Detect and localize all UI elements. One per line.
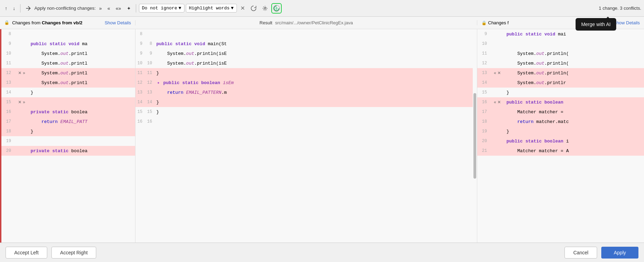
header-right: 🔒 Changes f Show Details (477, 20, 644, 25)
apply-all-right-button[interactable]: » (97, 4, 104, 13)
highlight-words-dropdown[interactable]: Highlight words ▼ (186, 4, 237, 13)
result-file-path: src/main/.../owner/PetClinicRegEx.java (275, 20, 353, 25)
left-line-15: 15 ✕ » (1, 97, 135, 107)
dropdown-chevron-icon: ▼ (179, 6, 181, 11)
right-line-15: 15 } (477, 88, 644, 97)
right-reject-16-button[interactable]: ✕ (497, 100, 501, 105)
magic-wand-inline-icon[interactable]: ✦ (155, 80, 162, 85)
svg-point-0 (264, 7, 266, 9)
up-button[interactable]: ↑ (3, 4, 9, 13)
center-line-9a: 9 8 public static void main(St (135, 39, 473, 49)
left-line-13: 13 System.out.printl (1, 78, 135, 88)
center-line-10: 10 10 System.out.println(isE (135, 58, 473, 68)
close-button[interactable]: ✕ (238, 3, 247, 13)
magic-wand-button[interactable]: ✦ (125, 4, 133, 13)
bottom-bar: Accept Left Accept Right Cancel Apply (0, 243, 644, 262)
down-button[interactable]: ↓ (11, 4, 17, 13)
main-content: 8 9 public static void ma 10 System.out.… (0, 29, 644, 243)
right-line-10: 10 (477, 39, 644, 49)
ai-merge-button[interactable] (271, 3, 282, 14)
apply-all-left-button[interactable]: « (105, 4, 112, 13)
right-line-14: 14 System.out.printlr (477, 78, 644, 88)
right-show-details-link[interactable]: Show Details (613, 20, 640, 25)
center-line-13: 13 13 return EMAIL_PATTERN.m (135, 88, 473, 97)
right-line-12: 12 System.out.println( (477, 58, 644, 68)
left-show-details-link[interactable]: Show Details (105, 20, 131, 25)
right-line-17: 17 Matcher matcher = (477, 107, 644, 117)
right-accept-13-button[interactable]: « (494, 71, 497, 75)
center-line-12: 12 12 ✦ public static boolean isEm (135, 78, 473, 88)
center-line-16: 16 16 (135, 117, 473, 126)
tooltip-container: Merge with AI (576, 17, 616, 31)
right-line-16: 16 « ✕ public static boolean (477, 97, 644, 107)
right-accept-16-button[interactable]: « (494, 100, 497, 105)
apply-non-conflicting-icon[interactable] (23, 4, 33, 13)
left-branch-name: Changes from vb/2 (42, 20, 82, 25)
left-branch-label: Changes from Changes from vb/2 (12, 20, 82, 25)
cancel-button[interactable]: Cancel (564, 247, 597, 259)
toolbar: ↑ ↓ Apply non-conflicting changes: » « «… (0, 0, 644, 17)
bottom-right-buttons: Cancel Apply (564, 247, 638, 259)
bottom-left-buttons: Accept Left Accept Right (6, 247, 96, 259)
left-line-9: 9 public static void ma (1, 39, 135, 49)
left-line-18: 18 } (1, 126, 135, 136)
left-line-8: 8 (1, 29, 135, 39)
do-not-ignore-dropdown[interactable]: Do not ignore ▼ (139, 4, 184, 13)
right-line-19: 19 } (477, 126, 644, 136)
left-line-12: 12 ✕ » System.out.printl (1, 68, 135, 78)
accept-right-button[interactable]: Accept Right (51, 247, 96, 259)
accept-left-button[interactable]: Accept Left (6, 247, 47, 259)
right-reject-13-button[interactable]: ✕ (497, 71, 501, 75)
left-line-20: 20 private static boolea (1, 146, 135, 156)
center-line-14: 14 14 } (135, 97, 473, 107)
left-reject-15-button[interactable]: ✕ (18, 100, 22, 105)
right-line-18: 18 return matcher.matc (477, 117, 644, 126)
result-label: Result (259, 20, 272, 25)
center-line-9b: 9 9 System.out.println(isE (135, 49, 473, 58)
center-line-15: 15 15 } (135, 107, 473, 117)
settings-sync-button[interactable] (248, 4, 259, 13)
divider-2 (136, 4, 136, 13)
apply-non-conflicting-label: Apply non-conflicting changes: (34, 6, 96, 11)
left-line-10: 10 System.out.printl (1, 49, 135, 58)
left-line-14: 14 } (1, 88, 135, 97)
merge-with-ai-tooltip: Merge with AI (576, 18, 616, 31)
center-line-11: 11 11 } (135, 68, 473, 78)
header-left: 🔒 Changes from Changes from vb/2 Show De… (0, 20, 135, 25)
right-line-20: 20 public static boolean i (477, 136, 644, 146)
left-line-11: 11 System.out.printl (1, 58, 135, 68)
header-center: Result src/main/.../owner/PetClinicRegEx… (135, 20, 477, 25)
center-panel: 8 9 8 public static void main(St 9 9 Sys… (135, 29, 477, 243)
right-lock-icon: 🔒 (481, 21, 487, 25)
left-line-17: 17 return EMAIL_PATT (1, 117, 135, 126)
apply-all-button[interactable]: «» (114, 4, 123, 13)
tooltip-text: Merge with AI (581, 22, 611, 27)
status-text: 1 change. 3 conflicts. (599, 6, 641, 11)
left-accept-15-button[interactable]: » (23, 100, 26, 105)
left-lock-icon: 🔒 (4, 20, 9, 25)
right-line-11: 11 System.out.println( (477, 49, 644, 58)
left-line-19: 19 (1, 136, 135, 146)
right-line-21: 21 Matcher matcher = A (477, 146, 644, 156)
divider-1 (20, 4, 20, 13)
right-branch-label: Changes f (488, 20, 509, 25)
settings-button[interactable] (260, 4, 270, 13)
apply-button[interactable]: Apply (601, 247, 638, 259)
right-panel: 9 public static void mai 10 11 System.ou… (477, 29, 644, 243)
dropdown-chevron-icon-2: ▼ (231, 6, 234, 11)
left-conflict-stripe (0, 29, 1, 243)
left-reject-12-button[interactable]: ✕ (18, 71, 22, 75)
center-scrollbar[interactable] (473, 93, 476, 179)
right-line-13: 13 « ✕ System.out.println( (477, 68, 644, 78)
left-accept-12-button[interactable]: » (23, 71, 26, 75)
right-line-9: 9 public static void mai (477, 29, 644, 39)
left-line-16: 16 private static boolea (1, 107, 135, 117)
left-panel: 8 9 public static void ma 10 System.out.… (0, 29, 135, 243)
center-line-8: 8 (135, 29, 473, 39)
header-row: 🔒 Changes from Changes from vb/2 Show De… (0, 17, 644, 29)
